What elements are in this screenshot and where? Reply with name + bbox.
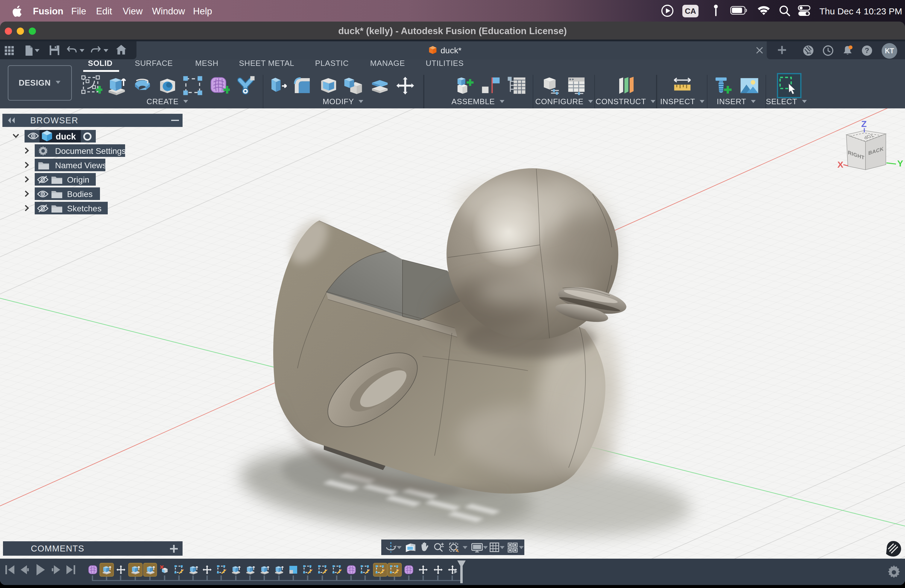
svg-text:?: ?	[865, 46, 869, 54]
svg-text:Z: Z	[861, 119, 867, 129]
svg-text:Y: Y	[897, 158, 903, 168]
svg-text:X: X	[837, 160, 843, 170]
